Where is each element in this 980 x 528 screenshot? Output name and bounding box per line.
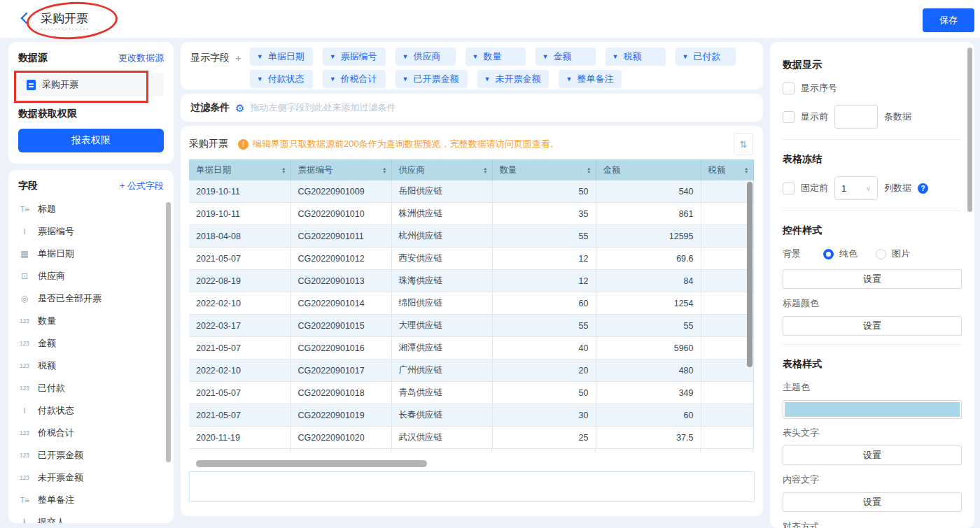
field-item[interactable]: 123 未开票金额 bbox=[18, 466, 164, 489]
table-row: 2020-11-19 CG20220901020 武汉供应链 25 37.5 bbox=[189, 427, 753, 449]
cell-amount: 12595 bbox=[596, 225, 701, 248]
theme-color-picker[interactable] bbox=[783, 400, 962, 419]
column-header[interactable]: 税额 ▲ ▼ bbox=[701, 159, 753, 180]
field-item[interactable]: T≡ 标题 bbox=[18, 198, 164, 220]
show-index-checkbox[interactable] bbox=[783, 83, 794, 94]
number-icon: 123 bbox=[18, 475, 31, 481]
column-header[interactable]: 供应商 ▲ ▼ bbox=[391, 159, 492, 180]
row-count-input[interactable] bbox=[834, 105, 878, 129]
chip-label: 已付款 bbox=[694, 50, 721, 63]
filter-dropzone[interactable]: 拖动左侧字段到此处来添加过滤条件 bbox=[250, 101, 396, 114]
column-label: 票据编号 bbox=[298, 164, 333, 176]
field-chip[interactable]: ▼ 已付款 bbox=[676, 48, 736, 66]
field-chip[interactable]: ▼ 整单备注 bbox=[559, 70, 622, 88]
field-item[interactable]: 123 数量 bbox=[18, 310, 164, 332]
page-title[interactable]: 采购开票 bbox=[41, 10, 88, 29]
back-icon[interactable] bbox=[21, 13, 33, 24]
field-label: 价税合计 bbox=[38, 427, 74, 439]
background-set-button[interactable]: 设置 bbox=[783, 269, 962, 289]
field-chip[interactable]: ▼ 已开票金额 bbox=[396, 70, 468, 88]
freeze-cols-select[interactable]: 1 ∨ bbox=[834, 176, 878, 200]
cell-date: 2021-05-07 bbox=[189, 248, 290, 270]
chip-label: 票据编号 bbox=[341, 50, 377, 63]
datasource-item[interactable]: 采购开票 bbox=[18, 73, 164, 97]
show-first-checkbox[interactable] bbox=[783, 111, 794, 123]
cell-quantity: 50 bbox=[492, 180, 596, 203]
cell-amount: 349 bbox=[596, 382, 701, 404]
cell-code: CG20220901016 bbox=[290, 337, 391, 359]
cell-tax bbox=[701, 203, 753, 225]
number-icon: 123 bbox=[18, 430, 31, 436]
cell-tax bbox=[701, 292, 753, 315]
sort-arrows-icon[interactable]: ▲ ▼ bbox=[281, 166, 286, 173]
sort-button[interactable]: ⇅ bbox=[734, 133, 753, 155]
column-header[interactable]: 数量 ▲ ▼ bbox=[492, 159, 596, 180]
header-text-set-button[interactable]: 设置 bbox=[783, 445, 962, 465]
field-item[interactable]: ▦ 单据日期 bbox=[18, 243, 164, 265]
field-item[interactable]: 123 金额 bbox=[18, 332, 164, 355]
sort-arrows-icon[interactable]: ▲ ▼ bbox=[382, 166, 386, 173]
chip-label: 价税合计 bbox=[341, 73, 377, 85]
chevron-down-icon: ▼ bbox=[402, 76, 409, 83]
chevron-down-icon: ▼ bbox=[472, 54, 479, 60]
table-vertical-scrollbar[interactable] bbox=[747, 182, 752, 367]
select-icon: ⊡ bbox=[18, 272, 31, 280]
report-permission-button[interactable]: 报表权限 bbox=[18, 129, 164, 152]
field-item[interactable]: ◎ 是否已全部开票 bbox=[18, 287, 164, 310]
content-text-set-button[interactable]: 设置 bbox=[783, 492, 962, 512]
theme-color-swatch bbox=[785, 402, 960, 417]
help-icon[interactable]: ? bbox=[918, 183, 928, 194]
cell-quantity: 12 bbox=[492, 248, 596, 270]
field-item[interactable]: 人 提交人 bbox=[18, 511, 164, 523]
save-button[interactable]: 保存 bbox=[923, 8, 974, 32]
cell-tax bbox=[701, 427, 753, 449]
field-item[interactable]: 123 已开票金额 bbox=[18, 444, 164, 466]
chevron-down-icon: ▼ bbox=[257, 76, 263, 83]
title-color-set-button[interactable]: 设置 bbox=[783, 316, 962, 336]
change-datasource-link[interactable]: 更改数据源 bbox=[118, 52, 164, 64]
table-body: 2019-10-11 CG20220901009 岳阳供应链 50 540 20… bbox=[189, 180, 753, 449]
field-chip[interactable]: ▼ 单据日期 bbox=[250, 48, 313, 66]
cell-date: 2022-08-19 bbox=[189, 270, 290, 292]
column-label: 税额 bbox=[708, 164, 726, 176]
cell-quantity: 55 bbox=[492, 225, 596, 248]
chevron-down-icon: ▼ bbox=[330, 54, 336, 60]
settings-scrollbar[interactable] bbox=[967, 48, 972, 212]
field-item[interactable]: 123 价税合计 bbox=[18, 422, 164, 444]
column-header[interactable]: 票据编号 ▲ ▼ bbox=[290, 159, 391, 180]
field-item[interactable]: I 付款状态 bbox=[18, 399, 164, 422]
field-chip[interactable]: ▼ 价税合计 bbox=[323, 70, 386, 88]
field-item[interactable]: T≡ 整单备注 bbox=[18, 489, 164, 511]
field-chip[interactable]: ▼ 金额 bbox=[536, 48, 596, 66]
field-item[interactable]: I 票据编号 bbox=[18, 220, 164, 243]
add-field-icon[interactable]: + bbox=[235, 52, 241, 64]
column-header[interactable]: 单据日期 ▲ ▼ bbox=[189, 159, 290, 180]
date-icon: ▦ bbox=[18, 250, 31, 258]
field-item[interactable]: 123 已付款 bbox=[18, 377, 164, 399]
solid-color-radio[interactable] bbox=[823, 249, 834, 259]
cell-code: CG20220901019 bbox=[290, 404, 391, 427]
column-header[interactable]: 金额 ▲ ▼ bbox=[596, 159, 701, 180]
image-radio[interactable] bbox=[876, 249, 886, 259]
field-chip[interactable]: ▼ 供应商 bbox=[396, 48, 456, 66]
cell-quantity: 20 bbox=[492, 359, 596, 382]
cell-code: CG20220901014 bbox=[290, 292, 391, 315]
field-chip[interactable]: ▼ 票据编号 bbox=[323, 48, 386, 66]
table-horizontal-scrollbar[interactable] bbox=[196, 460, 427, 467]
freeze-checkbox[interactable] bbox=[783, 183, 794, 194]
field-chip[interactable]: ▼ 付款状态 bbox=[250, 70, 313, 88]
sort-arrows-icon[interactable]: ▲ ▼ bbox=[587, 166, 591, 173]
field-chip[interactable]: ▼ 数量 bbox=[465, 48, 526, 66]
gear-icon[interactable]: ⚙ bbox=[235, 103, 244, 113]
field-chip[interactable]: ▼ 未开票金额 bbox=[477, 70, 550, 88]
chip-row-1: ▼ 单据日期 ▼ 票据编号 ▼ 供应商 ▼ 数量 bbox=[250, 48, 736, 66]
fields-scrollbar[interactable] bbox=[166, 202, 171, 462]
cell-date: 2019-10-11 bbox=[189, 180, 290, 203]
field-chip[interactable]: ▼ 税额 bbox=[606, 48, 666, 66]
field-item[interactable]: ⊡ 供应商 bbox=[18, 265, 164, 287]
sort-arrows-icon[interactable]: ▲ ▼ bbox=[483, 166, 487, 173]
cell-date: 2021-05-07 bbox=[189, 404, 290, 427]
formula-field-link[interactable]: + 公式字段 bbox=[120, 180, 164, 192]
field-item[interactable]: 123 税额 bbox=[18, 355, 164, 377]
sort-arrows-icon[interactable]: ▲ ▼ bbox=[744, 166, 748, 173]
